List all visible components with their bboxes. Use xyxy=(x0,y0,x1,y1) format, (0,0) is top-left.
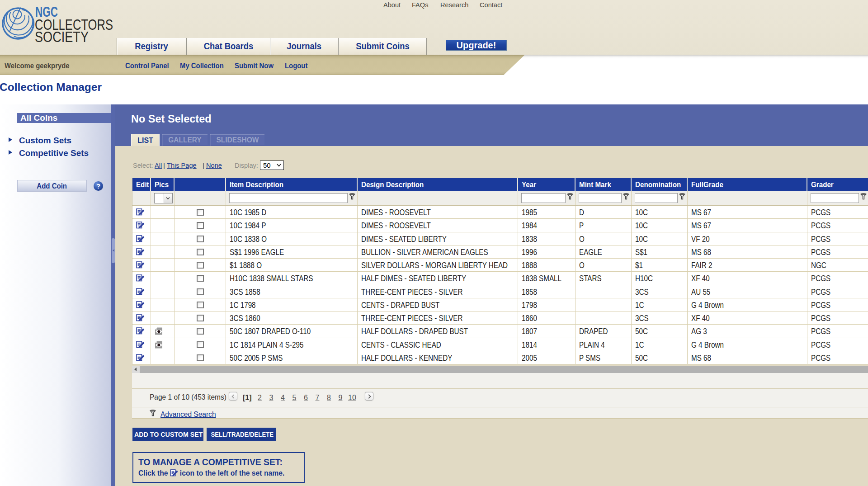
svg-text:SOCIETY: SOCIETY xyxy=(35,28,89,45)
